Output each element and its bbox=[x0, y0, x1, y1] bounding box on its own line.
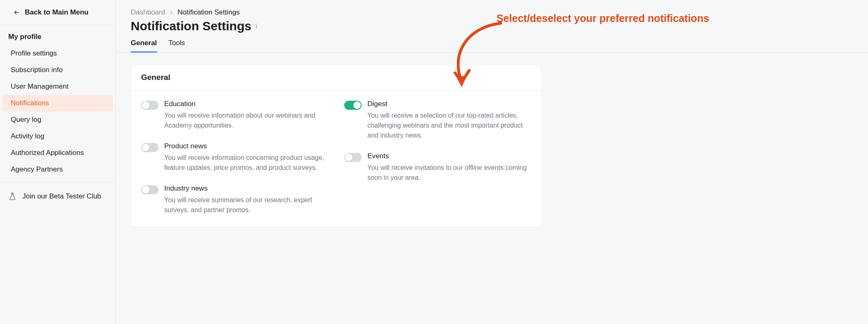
setting-title: Product news bbox=[164, 142, 328, 150]
toggle-industry-news[interactable] bbox=[141, 185, 158, 194]
setting-product-news: Product news You will receive informatio… bbox=[141, 142, 328, 173]
sidebar-item-subscription-info[interactable]: Subscription info bbox=[2, 62, 113, 78]
page-title: Notification Settings bbox=[131, 19, 252, 33]
breadcrumb-dashboard[interactable]: Dashboard bbox=[131, 8, 165, 17]
back-label: Back to Main Menu bbox=[25, 8, 89, 17]
sidebar-item-query-log[interactable]: Query log bbox=[2, 111, 113, 128]
toggle-events[interactable] bbox=[344, 153, 362, 162]
tab-tools[interactable]: Tools bbox=[168, 39, 185, 52]
setting-desc: You will receive a selection of our top-… bbox=[367, 111, 531, 140]
tab-general[interactable]: General bbox=[131, 39, 157, 52]
back-to-main-menu-link[interactable]: Back to Main Menu bbox=[0, 0, 115, 25]
setting-title: Events bbox=[367, 152, 531, 160]
sidebar-item-notifications[interactable]: Notifications bbox=[2, 95, 113, 111]
sidebar-divider bbox=[0, 182, 115, 182]
flask-icon bbox=[8, 192, 17, 201]
setting-title: Industry news bbox=[164, 184, 328, 193]
tabs: General Tools bbox=[116, 39, 868, 53]
page-title-row: Notification Settings i bbox=[131, 19, 853, 33]
toggle-education[interactable] bbox=[141, 101, 158, 110]
annotation-text: Select/deselect your preferred notificat… bbox=[496, 12, 709, 24]
setting-desc: You will receive information about our w… bbox=[164, 111, 328, 131]
setting-digest: Digest You will receive a selection of o… bbox=[344, 100, 531, 140]
sidebar-item-authorized-applications[interactable]: Authorized Applications bbox=[2, 145, 113, 161]
toggle-product-news[interactable] bbox=[141, 143, 158, 152]
sidebar-item-agency-partners[interactable]: Agency Partners bbox=[2, 161, 113, 178]
setting-desc: You will receive summaries of our resear… bbox=[164, 195, 328, 215]
setting-events: Events You will receive invitations to o… bbox=[344, 152, 531, 183]
arrow-left-icon bbox=[13, 9, 20, 16]
beta-tester-link[interactable]: Join our Beta Tester Club bbox=[0, 186, 115, 206]
sidebar-item-profile-settings[interactable]: Profile settings bbox=[2, 45, 113, 62]
setting-industry-news: Industry news You will receive summaries… bbox=[141, 184, 328, 215]
breadcrumb: Dashboard Notification Settings bbox=[131, 8, 853, 17]
setting-title: Education bbox=[164, 100, 328, 108]
toggle-digest[interactable] bbox=[344, 101, 362, 110]
setting-title: Digest bbox=[367, 100, 531, 108]
settings-card: General Education You will receive infor… bbox=[131, 64, 541, 227]
sidebar-section-title: My profile bbox=[0, 25, 115, 45]
chevron-right-icon bbox=[169, 10, 173, 15]
setting-desc: You will receive information concerning … bbox=[164, 153, 328, 173]
card-heading: General bbox=[131, 65, 541, 91]
info-icon[interactable]: i bbox=[256, 22, 258, 30]
breadcrumb-current: Notification Settings bbox=[177, 8, 240, 17]
sidebar-item-activity-log[interactable]: Activity log bbox=[2, 128, 113, 145]
sidebar-item-user-management[interactable]: User Management bbox=[2, 78, 113, 95]
main-content: Dashboard Notification Settings Notifica… bbox=[116, 0, 868, 324]
sidebar: Back to Main Menu My profile Profile set… bbox=[0, 0, 116, 324]
setting-education: Education You will receive information a… bbox=[141, 100, 328, 131]
beta-label: Join our Beta Tester Club bbox=[22, 192, 101, 201]
setting-desc: You will receive invitations to our offl… bbox=[367, 163, 531, 183]
